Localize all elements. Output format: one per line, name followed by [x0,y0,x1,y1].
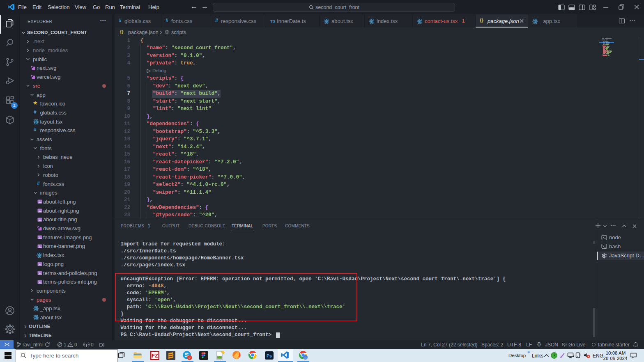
svg-text:FZ: FZ [152,353,158,359]
svg-text:Ps: Ps [267,353,272,358]
svg-text:2: 2 [189,356,191,360]
svg-text:n: n [304,355,306,360]
